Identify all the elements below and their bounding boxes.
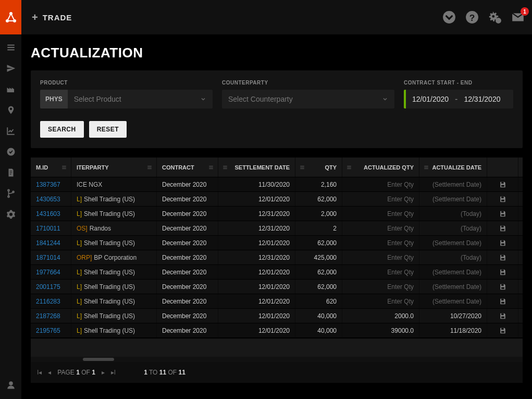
- cell-actualize-date[interactable]: 10/27/2020: [419, 309, 487, 323]
- col-header-counterparty[interactable]: ITERPARTY: [71, 158, 157, 177]
- cell-actualize-date[interactable]: (Settlement Date): [419, 280, 487, 294]
- cell-actualize-date[interactable]: (Settlement Date): [419, 192, 487, 206]
- help-icon[interactable]: ?: [465, 10, 479, 24]
- product-select[interactable]: PHYS Select Product: [40, 90, 213, 108]
- mid-link[interactable]: 2187268: [36, 312, 60, 320]
- gear-icon[interactable]: [6, 210, 16, 219]
- cell-qty: 62,000: [295, 236, 342, 250]
- reset-button[interactable]: RESET: [89, 121, 127, 138]
- table-row: 2001175L]Shell Trading (US)December 2020…: [31, 280, 523, 294]
- gears-icon[interactable]: [488, 10, 502, 24]
- counterparty-select[interactable]: Select Counterparty: [222, 90, 394, 108]
- mid-link[interactable]: 1431603: [36, 210, 60, 217]
- counterparty-name: BP Corporation: [94, 254, 137, 261]
- product-type-chip[interactable]: PHYS: [40, 90, 68, 108]
- cell-actualize-date[interactable]: (Settlement Date): [419, 177, 487, 191]
- cell-actualized-qty[interactable]: 39000.0: [342, 323, 419, 337]
- cell-actualized-qty[interactable]: Enter Qty: [342, 250, 419, 264]
- pager-prev[interactable]: ◂: [48, 369, 51, 376]
- svg-rect-12: [501, 182, 504, 184]
- mid-link[interactable]: 1977664: [36, 269, 60, 276]
- marker-icon[interactable]: [6, 105, 16, 115]
- save-icon[interactable]: [499, 181, 506, 188]
- cell-counterparty: L]Shell Trading (US): [71, 265, 157, 279]
- date-start: 12/01/2020: [406, 95, 455, 103]
- col-header-actualized-qty[interactable]: ACTUALIZED QTY: [342, 158, 419, 177]
- envelope-icon[interactable]: 1: [511, 10, 525, 24]
- product-select-text: Select Product: [68, 95, 200, 103]
- date-range-input[interactable]: 12/01/2020 - 12/31/2020: [404, 90, 513, 108]
- chart-line-icon[interactable]: [6, 126, 16, 136]
- cell-qty: 2,000: [295, 207, 342, 221]
- cell-actualize-date[interactable]: (Settlement Date): [419, 236, 487, 250]
- svg-rect-17: [501, 214, 504, 216]
- svg-rect-29: [501, 301, 504, 304]
- mid-link[interactable]: 2116283: [36, 298, 60, 305]
- industry-icon[interactable]: [6, 84, 16, 94]
- mid-link[interactable]: 1871014: [36, 254, 60, 261]
- add-trade-button[interactable]: + TRADE: [32, 11, 72, 23]
- user-icon[interactable]: [6, 380, 16, 390]
- cell-actualized-qty[interactable]: Enter Qty: [342, 236, 419, 250]
- cell-actualize-date[interactable]: (Today): [419, 221, 487, 235]
- save-icon[interactable]: [499, 239, 506, 247]
- check-circle-icon[interactable]: [442, 10, 456, 24]
- cell-actualized-qty[interactable]: Enter Qty: [342, 294, 419, 308]
- scrollbar-thumb[interactable]: [83, 358, 114, 361]
- col-header-qty[interactable]: QTY: [295, 158, 342, 177]
- cell-qty: 2,160: [295, 177, 342, 191]
- pager-next[interactable]: ▸: [102, 369, 105, 376]
- actualize-date-value: 10/27/2020: [450, 312, 481, 320]
- mid-link[interactable]: 2195765: [36, 327, 60, 334]
- pager-first[interactable]: I◂: [37, 369, 42, 376]
- branch-icon[interactable]: [6, 189, 16, 198]
- save-icon[interactable]: [499, 196, 506, 203]
- cell-counterparty: L]Shell Trading (US): [71, 309, 157, 323]
- document-icon[interactable]: [6, 168, 16, 177]
- col-header-actualize-date[interactable]: ACTUALIZE DATE: [419, 158, 487, 177]
- horizontal-scrollbar[interactable]: [31, 357, 523, 362]
- col-header-mid[interactable]: M.ID: [31, 158, 71, 177]
- cell-actualized-qty[interactable]: Enter Qty: [342, 207, 419, 221]
- menu-icon[interactable]: [6, 43, 16, 52]
- cell-actualize-date[interactable]: (Settlement Date): [419, 265, 487, 279]
- cell-actualized-qty[interactable]: Enter Qty: [342, 265, 419, 279]
- mid-link[interactable]: 1430653: [36, 196, 60, 203]
- cell-actualized-qty[interactable]: Enter Qty: [342, 280, 419, 294]
- cell-actualized-qty[interactable]: Enter Qty: [342, 221, 419, 235]
- col-header-settlement[interactable]: SETTLEMENT DATE: [218, 158, 295, 177]
- actualized-qty-value: 2000.0: [394, 312, 414, 320]
- save-icon[interactable]: [499, 312, 506, 320]
- app-logo[interactable]: [0, 0, 21, 34]
- cell-settlement: 12/01/2020: [218, 294, 295, 308]
- cell-contract: December 2020: [157, 236, 218, 250]
- save-icon[interactable]: [499, 327, 506, 334]
- mid-link[interactable]: 1841244: [36, 239, 60, 247]
- cell-actualized-qty[interactable]: 2000.0: [342, 309, 419, 323]
- col-header-contract[interactable]: CONTRACT: [157, 158, 218, 177]
- svg-point-8: [8, 190, 9, 191]
- save-icon[interactable]: [499, 210, 506, 217]
- save-icon[interactable]: [499, 298, 506, 305]
- cell-actualize-date[interactable]: 11/18/2020: [419, 323, 487, 337]
- save-icon[interactable]: [499, 254, 506, 261]
- cell-actualized-qty[interactable]: Enter Qty: [342, 177, 419, 191]
- trade-label: TRADE: [43, 13, 72, 22]
- results-grid: M.ID ITERPARTY CONTRACT SETTLEMENT DATE …: [31, 158, 523, 383]
- save-icon[interactable]: [499, 269, 506, 276]
- mid-link[interactable]: 2001175: [36, 283, 60, 291]
- mid-link[interactable]: 1387367: [36, 181, 60, 188]
- search-button[interactable]: SEARCH: [40, 121, 84, 138]
- cell-actualize-date[interactable]: (Today): [419, 250, 487, 264]
- send-icon[interactable]: [6, 64, 16, 73]
- save-icon[interactable]: [499, 225, 506, 232]
- cell-actualized-qty[interactable]: Enter Qty: [342, 192, 419, 206]
- check-badge-icon[interactable]: [6, 147, 16, 156]
- svg-point-9: [8, 196, 9, 198]
- cell-save: [487, 280, 518, 294]
- pager-last[interactable]: ▸I: [111, 369, 116, 376]
- mid-link[interactable]: 1710011: [36, 225, 60, 232]
- save-icon[interactable]: [499, 283, 506, 291]
- cell-actualize-date[interactable]: (Settlement Date): [419, 294, 487, 308]
- cell-actualize-date[interactable]: (Today): [419, 207, 487, 221]
